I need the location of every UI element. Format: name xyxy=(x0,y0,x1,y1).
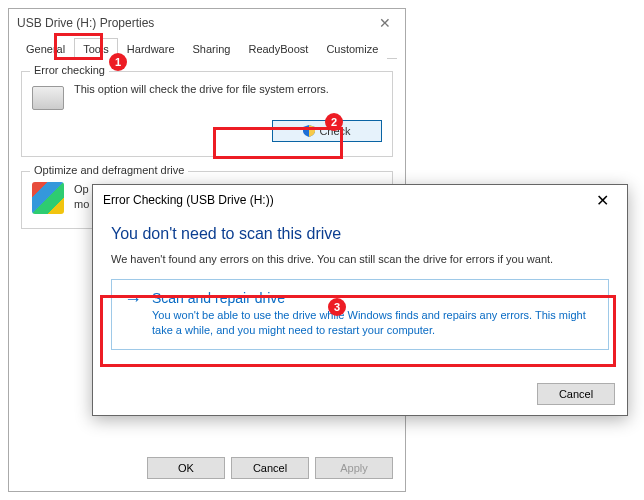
error-checking-text: This option will check the drive for fil… xyxy=(74,82,382,97)
error-checking-label: Error checking xyxy=(30,64,109,76)
drive-icon xyxy=(32,86,64,110)
cancel-button[interactable]: Cancel xyxy=(231,457,309,479)
scan-title: Scan and repair drive xyxy=(152,290,596,306)
scan-desc: You won't be able to use the drive while… xyxy=(152,308,596,339)
ok-button[interactable]: OK xyxy=(147,457,225,479)
tab-hardware[interactable]: Hardware xyxy=(118,38,184,59)
properties-title-bar: USB Drive (H:) Properties ✕ xyxy=(9,9,405,37)
tab-strip: General Tools Hardware Sharing ReadyBoos… xyxy=(17,37,397,59)
scan-and-repair-option[interactable]: → Scan and repair drive You won't be abl… xyxy=(111,279,609,350)
defrag-label: Optimize and defragment drive xyxy=(30,164,188,176)
arrow-right-icon: → xyxy=(124,290,142,339)
error-checking-group: Error checking This option will check th… xyxy=(21,71,393,157)
dialog-subtext: We haven't found any errors on this driv… xyxy=(111,253,609,265)
error-checking-dialog: Error Checking (USB Drive (H:)) ✕ You do… xyxy=(92,184,628,416)
dialog-cancel-button[interactable]: Cancel xyxy=(537,383,615,405)
properties-button-row: OK Cancel Apply xyxy=(147,457,393,479)
dialog-title: Error Checking (USB Drive (H:)) xyxy=(103,193,587,207)
shield-icon xyxy=(303,125,315,137)
check-button[interactable]: Check xyxy=(272,120,382,142)
dialog-heading: You don't need to scan this drive xyxy=(111,225,609,243)
apply-button[interactable]: Apply xyxy=(315,457,393,479)
tab-sharing[interactable]: Sharing xyxy=(184,38,240,59)
defrag-text-2: mo xyxy=(74,198,89,210)
dialog-close-icon[interactable]: ✕ xyxy=(587,191,617,210)
defrag-text-1: Op xyxy=(74,183,89,195)
defrag-icon xyxy=(32,182,64,214)
tab-tools[interactable]: Tools xyxy=(74,38,118,59)
properties-title: USB Drive (H:) Properties xyxy=(17,16,373,30)
tab-customize[interactable]: Customize xyxy=(317,38,387,59)
check-button-label: Check xyxy=(319,125,350,137)
close-icon[interactable]: ✕ xyxy=(373,15,397,31)
dialog-title-bar: Error Checking (USB Drive (H:)) ✕ xyxy=(93,185,627,215)
tab-general[interactable]: General xyxy=(17,38,74,59)
tab-readyboost[interactable]: ReadyBoost xyxy=(239,38,317,59)
